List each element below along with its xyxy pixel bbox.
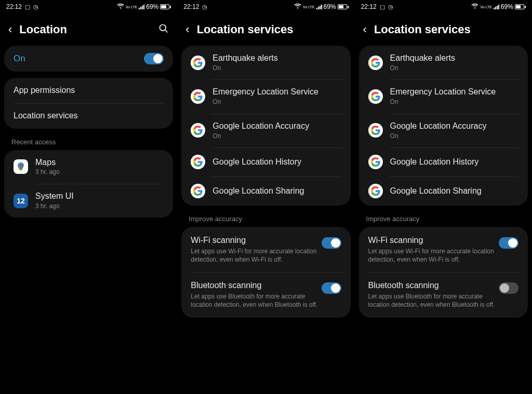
status-time: 22:12: [183, 3, 199, 10]
back-icon[interactable]: ‹: [363, 23, 367, 36]
back-icon[interactable]: ‹: [185, 23, 189, 36]
improve-accuracy-label: Improve accuracy: [355, 212, 532, 227]
recent-item-sub: 3 hr. ago: [35, 202, 164, 211]
recent-access-card: Maps 3 hr. ago 12 System UI 3 hr. ago: [4, 150, 173, 218]
improve-accuracy-card: Wi-Fi scanning Let apps use Wi-Fi for mo…: [359, 227, 528, 317]
services-list-card: Earthquake alerts On Emergency Location …: [359, 46, 528, 206]
service-sharing[interactable]: Google Location Sharing: [359, 176, 528, 206]
service-history[interactable]: Google Location History: [181, 147, 350, 176]
service-title: Google Location History: [390, 157, 518, 168]
volte-icon: Vo LTE: [303, 5, 314, 9]
service-sub: On: [212, 98, 341, 106]
systemui-icon: 12: [14, 194, 28, 208]
header: ‹ Location services: [355, 12, 532, 46]
services-list-card: Earthquake alerts On Emergency Location …: [181, 46, 350, 206]
service-emergency[interactable]: Emergency Location Service On: [181, 79, 350, 113]
service-emergency[interactable]: Emergency Location Service On: [359, 79, 528, 113]
bt-scanning-row[interactable]: Bluetooth scanning Let apps use Bluetoot…: [359, 272, 528, 317]
wifi-scanning-desc: Let apps use Wi-Fi for more accurate loc…: [368, 247, 499, 264]
panel-location: 22:12 ▢ ◷ Vo LTE 69% ‹ Location On App p…: [0, 0, 177, 394]
service-title: Google Location History: [212, 157, 341, 168]
battery-icon: [338, 4, 349, 9]
google-icon: [368, 89, 383, 104]
google-icon: [191, 89, 205, 104]
svg-line-2: [165, 30, 168, 32]
battery-pct: 69%: [146, 3, 158, 10]
location-on-label: On: [14, 53, 144, 64]
service-accuracy[interactable]: Google Location Accuracy On: [181, 114, 350, 147]
service-title: Google Location Accuracy: [390, 121, 518, 132]
google-icon: [191, 56, 205, 70]
service-title: Earthquake alerts: [390, 53, 518, 64]
wifi-icon: [117, 4, 124, 10]
google-icon: [368, 56, 383, 70]
maps-icon: [14, 159, 28, 174]
bt-scanning-row[interactable]: Bluetooth scanning Let apps use Bluetoot…: [181, 272, 350, 317]
service-title: Google Location Sharing: [390, 186, 518, 197]
recent-item-title: System UI: [35, 191, 164, 202]
wifi-scanning-title: Wi-Fi scanning: [191, 235, 321, 246]
signal-icon: [494, 4, 499, 9]
bt-scanning-desc: Let apps use Bluetooth for more accurate…: [191, 292, 321, 309]
google-icon: [191, 184, 205, 198]
battery-icon: [515, 4, 526, 9]
service-title: Emergency Location Service: [390, 87, 518, 98]
status-bar: 22:12 ◷ Vo LTE 69%: [177, 0, 354, 12]
bt-scanning-toggle[interactable]: [499, 282, 518, 294]
improve-accuracy-card: Wi-Fi scanning Let apps use Wi-Fi for mo…: [181, 227, 350, 317]
location-services-row[interactable]: Location services: [4, 103, 173, 129]
service-sub: On: [212, 132, 341, 141]
clock-icon: ◷: [202, 4, 207, 10]
back-icon[interactable]: ‹: [8, 23, 12, 36]
wifi-scanning-title: Wi-Fi scanning: [368, 235, 499, 246]
service-earthquake[interactable]: Earthquake alerts On: [359, 46, 528, 79]
bt-scanning-toggle[interactable]: [322, 282, 341, 294]
location-toggle-card: On: [4, 46, 173, 72]
bt-scanning-desc: Let apps use Bluetooth for more accurate…: [368, 292, 499, 309]
bt-scanning-title: Bluetooth scanning: [368, 280, 499, 291]
service-sharing[interactable]: Google Location Sharing: [181, 176, 350, 206]
wifi-scanning-row[interactable]: Wi-Fi scanning Let apps use Wi-Fi for mo…: [181, 227, 350, 272]
location-services-label: Location services: [14, 111, 164, 121]
location-toggle[interactable]: [144, 53, 164, 64]
page-title: Location services: [197, 23, 347, 36]
service-title: Google Location Sharing: [212, 186, 341, 197]
panel-location-services-a: 22:12 ◷ Vo LTE 69% ‹ Location services E…: [177, 0, 354, 394]
wifi-scanning-toggle[interactable]: [499, 237, 518, 249]
status-time: 22:12: [6, 3, 22, 10]
search-icon[interactable]: [158, 23, 169, 36]
status-bar: 22:12 ▢ ◷ Vo LTE 69%: [0, 0, 177, 12]
image-icon: ▢: [25, 4, 30, 10]
service-title: Emergency Location Service: [212, 87, 341, 98]
service-sub: On: [390, 64, 518, 73]
google-icon: [368, 123, 383, 138]
google-icon: [368, 155, 383, 169]
google-icon: [368, 184, 383, 198]
wifi-icon: [471, 4, 478, 10]
wifi-scanning-desc: Let apps use Wi-Fi for more accurate loc…: [191, 247, 321, 264]
wifi-scanning-toggle[interactable]: [322, 237, 341, 249]
bt-scanning-title: Bluetooth scanning: [191, 280, 321, 291]
service-history[interactable]: Google Location History: [359, 147, 528, 176]
svg-point-1: [160, 24, 166, 31]
clock-icon: ◷: [388, 4, 393, 10]
recent-item-maps[interactable]: Maps 3 hr. ago: [4, 150, 173, 184]
wifi-icon: [294, 4, 301, 10]
service-title: Earthquake alerts: [212, 53, 341, 64]
recent-access-label: Recent access: [0, 135, 177, 150]
service-earthquake[interactable]: Earthquake alerts On: [181, 46, 350, 79]
google-icon: [191, 123, 205, 138]
recent-item-title: Maps: [35, 157, 164, 168]
location-on-row[interactable]: On: [4, 46, 173, 72]
header: ‹ Location services: [177, 12, 354, 46]
app-permissions-row[interactable]: App permissions: [4, 78, 173, 103]
signal-icon: [316, 4, 322, 9]
service-accuracy[interactable]: Google Location Accuracy On: [359, 114, 528, 147]
recent-item-systemui[interactable]: 12 System UI 3 hr. ago: [4, 184, 173, 218]
wifi-scanning-row[interactable]: Wi-Fi scanning Let apps use Wi-Fi for mo…: [359, 227, 528, 272]
page-title: Location services: [374, 23, 524, 36]
service-sub: On: [390, 132, 518, 141]
service-sub: On: [212, 64, 341, 73]
page-title: Location: [19, 23, 151, 36]
image-icon: ▢: [380, 4, 385, 10]
